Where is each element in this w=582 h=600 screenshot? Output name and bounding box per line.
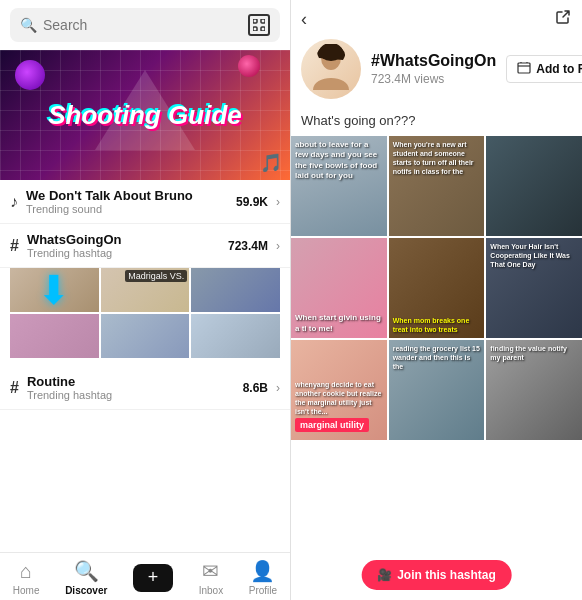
search-input[interactable] xyxy=(43,17,242,33)
video-cell-9[interactable]: finding the value notify my parent xyxy=(486,340,582,440)
hash-count-1: 723.4M xyxy=(228,239,268,253)
hash-icon-2: # xyxy=(10,379,19,397)
collage-cell-3 xyxy=(191,268,280,312)
collage-cell-2: Madrigals VS. xyxy=(101,268,190,312)
inbox-icon: ✉ xyxy=(202,559,219,583)
hashtag-row-1[interactable]: # WhatsGoingOn Trending hashtag 723.4M › xyxy=(0,224,290,268)
svg-rect-0 xyxy=(253,19,257,23)
nav-home[interactable]: ⌂ Home xyxy=(13,560,40,596)
right-header: ‹ xyxy=(291,0,582,39)
hash-chevron-1: › xyxy=(276,239,280,253)
shooting-guide-banner[interactable]: Shooting Guide 🎵 xyxy=(0,50,290,180)
video-cell-5[interactable]: When mom breaks one treat into two treat… xyxy=(389,238,485,338)
video-cell-2[interactable]: When you're a new art student and someon… xyxy=(389,136,485,236)
video-cell-7[interactable]: marginal utility whenyang decide to eat … xyxy=(291,340,387,440)
video-cell-6[interactable]: When Your Hair Isn't Cooperating Like It… xyxy=(486,238,582,338)
back-button[interactable]: ‹ xyxy=(301,9,307,30)
hash-icon-1: # xyxy=(10,237,19,255)
hashtag-title: #WhatsGoingOn xyxy=(371,52,496,70)
hash-info-1: WhatsGoingOn Trending hashtag xyxy=(27,232,220,259)
arrow-down-icon: ⬇ xyxy=(37,268,71,312)
sound-name: We Don't Talk About Bruno xyxy=(26,188,228,203)
hashtag-row-2[interactable]: # Routine Trending hashtag 8.6B › xyxy=(0,366,290,410)
join-hashtag-button[interactable]: 🎥 Join this hashtag xyxy=(361,560,512,590)
nav-profile[interactable]: 👤 Profile xyxy=(249,559,277,596)
marginal-badge: marginal utility xyxy=(295,418,369,432)
hashtag-meta: #WhatsGoingOn 723.4M views xyxy=(371,52,496,86)
planet-deco-1 xyxy=(15,60,45,90)
hash-sub-2: Trending hashtag xyxy=(27,389,235,401)
video-text-6: When Your Hair Isn't Cooperating Like It… xyxy=(490,242,578,269)
svg-rect-3 xyxy=(261,27,265,31)
add-button[interactable] xyxy=(133,564,173,592)
inbox-label: Inbox xyxy=(199,585,223,596)
video-cell-1[interactable]: about to leave for a few days and you se… xyxy=(291,136,387,236)
nav-add[interactable] xyxy=(133,564,173,592)
video-grid: about to leave for a few days and you se… xyxy=(291,136,582,440)
video-text-8: reading the grocery list 15 wander and t… xyxy=(393,344,481,371)
hash-sub-1: Trending hashtag xyxy=(27,247,220,259)
video-cell-8[interactable]: reading the grocery list 15 wander and t… xyxy=(389,340,485,440)
nav-inbox[interactable]: ✉ Inbox xyxy=(199,559,223,596)
hashtag-avatar xyxy=(301,39,361,99)
bottom-nav: ⌂ Home 🔍 Discover ✉ Inbox 👤 Profile xyxy=(0,552,290,600)
collage-cell-1: ⬇ xyxy=(10,268,99,312)
add-favorites-button[interactable]: Add to Favorites xyxy=(506,55,582,83)
video-cell-4[interactable]: When start givin using a tl to me! xyxy=(291,238,387,338)
scan-icon[interactable] xyxy=(248,14,270,36)
right-panel: ‹ #WhatsGoingOn 723.4M views xyxy=(291,0,582,600)
discover-label: Discover xyxy=(65,585,107,596)
sound-sub: Trending sound xyxy=(26,203,228,215)
hash-chevron-2: › xyxy=(276,381,280,395)
search-icon: 🔍 xyxy=(20,17,37,33)
video-text-9: finding the value notify my parent xyxy=(490,344,578,362)
hashtag-collage: ⬇ Madrigals VS. xyxy=(10,268,280,358)
discover-icon: 🔍 xyxy=(74,559,99,583)
video-text-1: about to leave for a few days and you se… xyxy=(295,140,383,182)
svg-rect-1 xyxy=(261,19,265,23)
video-text-5: When mom breaks one treat into two treat… xyxy=(393,316,481,334)
svg-rect-6 xyxy=(518,63,530,73)
hashtag-section-1: # WhatsGoingOn Trending hashtag 723.4M ›… xyxy=(0,224,290,366)
music-icon: ♪ xyxy=(10,193,18,211)
svg-rect-2 xyxy=(253,27,257,31)
profile-label: Profile xyxy=(249,585,277,596)
video-text-2: When you're a new art student and someon… xyxy=(393,140,481,176)
hashtag-description: What's going on??? xyxy=(291,109,582,136)
nav-discover[interactable]: 🔍 Discover xyxy=(65,559,107,596)
collage-cell-4 xyxy=(10,314,99,358)
hash-info-2: Routine Trending hashtag xyxy=(27,374,235,401)
sound-chevron: › xyxy=(276,195,280,209)
vs-badge: Madrigals VS. xyxy=(125,270,187,282)
collage-cell-6 xyxy=(191,314,280,358)
join-btn-icon: 🎥 xyxy=(377,568,392,582)
video-text-7: whenyang decide to eat another cookie bu… xyxy=(295,380,383,416)
hash-name-2: Routine xyxy=(27,374,235,389)
add-fav-label: Add to Favorites xyxy=(536,62,582,76)
collage-arrow: ⬇ xyxy=(10,268,99,312)
share-icon[interactable] xyxy=(554,8,572,31)
profile-icon: 👤 xyxy=(250,559,275,583)
sound-count: 59.9K xyxy=(236,195,268,209)
video-cell-3[interactable] xyxy=(486,136,582,236)
hash-name-1: WhatsGoingOn xyxy=(27,232,220,247)
video-text-4: When start givin using a tl to me! xyxy=(295,313,383,334)
hashtag-detail: #WhatsGoingOn 723.4M views Add to Favori… xyxy=(291,39,582,109)
video-grid-wrapper: about to leave for a few days and you se… xyxy=(291,136,582,600)
tiktok-logo: 🎵 xyxy=(260,152,282,174)
planet-deco-2 xyxy=(238,55,260,77)
sound-row[interactable]: ♪ We Don't Talk About Bruno Trending sou… xyxy=(0,180,290,224)
home-icon: ⌂ xyxy=(20,560,32,583)
hash-count-2: 8.6B xyxy=(243,381,268,395)
search-bar[interactable]: 🔍 xyxy=(10,8,280,42)
banner-title: Shooting Guide xyxy=(48,101,242,130)
hashtag-views: 723.4M views xyxy=(371,72,496,86)
left-panel: 🔍 Shooting Guide 🎵 ♪ We Don't Talk About… xyxy=(0,0,291,600)
sound-info: We Don't Talk About Bruno Trending sound xyxy=(26,188,228,215)
collage-cell-5 xyxy=(101,314,190,358)
join-btn-label: Join this hashtag xyxy=(397,568,496,582)
home-label: Home xyxy=(13,585,40,596)
